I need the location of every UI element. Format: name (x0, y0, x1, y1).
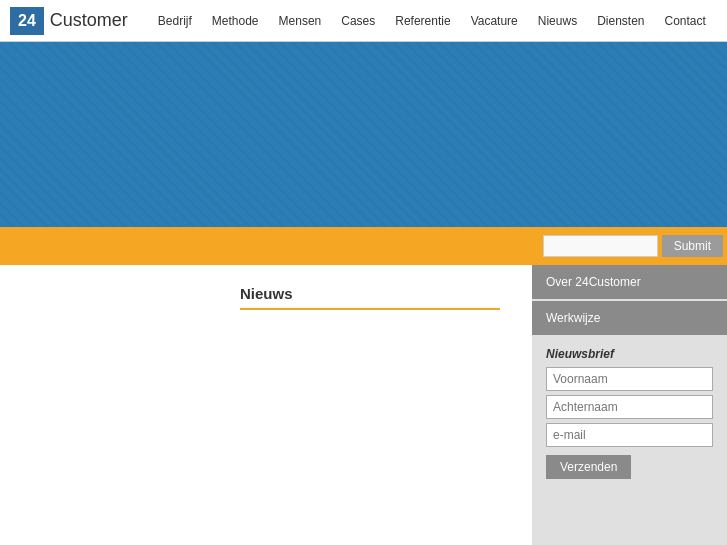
search-input[interactable] (543, 235, 658, 257)
nieuws-title: Nieuws (240, 285, 500, 310)
submit-button[interactable]: Submit (662, 235, 723, 257)
sidebar-over-button[interactable]: Over 24Customer (532, 265, 727, 299)
logo-text: Customer (50, 10, 128, 31)
nav-item-mensen[interactable]: Mensen (269, 14, 332, 28)
sidebar: Over 24Customer Werkwijze Nieuwsbrief Ve… (532, 265, 727, 545)
header: 24 Customer Bedrijf Methode Mensen Cases… (0, 0, 727, 42)
nav-item-contact[interactable]: Contact (655, 14, 716, 28)
nav-item-nieuws[interactable]: Nieuws (528, 14, 587, 28)
logo[interactable]: 24 Customer (10, 7, 128, 35)
orange-bar: Submit (0, 227, 727, 265)
nav-item-bedrijf[interactable]: Bedrijf (148, 14, 202, 28)
achternaam-input[interactable] (546, 395, 713, 419)
hero-banner (0, 42, 727, 227)
email-input[interactable] (546, 423, 713, 447)
main-nav: Bedrijf Methode Mensen Cases Referentie … (148, 14, 716, 28)
sidebar-werkwijze-button[interactable]: Werkwijze (532, 301, 727, 335)
verzenden-button[interactable]: Verzenden (546, 455, 631, 479)
nav-item-vacature[interactable]: Vacature (461, 14, 528, 28)
voornaam-input[interactable] (546, 367, 713, 391)
nav-item-diensten[interactable]: Diensten (587, 14, 654, 28)
main-area: Nieuws Over 24Customer Werkwijze Nieuwsb… (0, 265, 727, 545)
nav-item-cases[interactable]: Cases (331, 14, 385, 28)
nieuwsbrief-label: Nieuwsbrief (546, 347, 713, 361)
nav-item-referentie[interactable]: Referentie (385, 14, 460, 28)
logo-number: 24 (10, 7, 44, 35)
nieuwsbrief-section: Nieuwsbrief Verzenden (532, 337, 727, 489)
nav-item-methode[interactable]: Methode (202, 14, 269, 28)
content-area: Nieuws (0, 265, 532, 545)
